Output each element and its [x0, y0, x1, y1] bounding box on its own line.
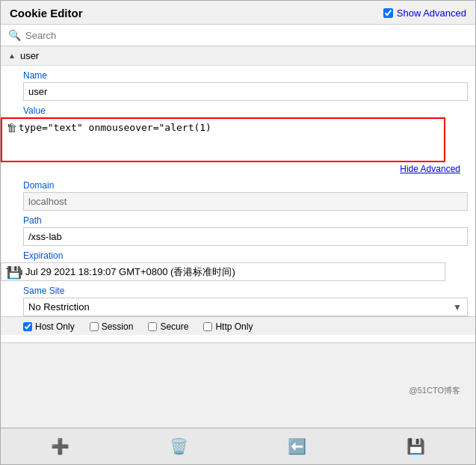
- secure-checkbox[interactable]: [148, 322, 157, 331]
- http-only-label: Http Only: [215, 321, 253, 332]
- domain-input[interactable]: [23, 192, 468, 211]
- path-field-group: Path: [1, 211, 475, 246]
- host-only-label: Host Only: [35, 321, 75, 332]
- secure-checkbox-label[interactable]: Secure: [148, 321, 188, 332]
- window-title: Cookie Editor: [10, 7, 83, 19]
- expiration-label: Expiration: [1, 246, 475, 262]
- same-site-field-group: Same Site No Restriction Lax Strict None: [1, 281, 475, 316]
- cookie-editor-window: Cookie Editor Show Advanced 🔍 ▲ user Nam…: [0, 0, 476, 465]
- toolbar: ➕ 🗑️ ⬅️ 💾: [1, 428, 475, 464]
- delete-cookie-icon[interactable]: 🗑: [7, 122, 17, 134]
- same-site-label: Same Site: [1, 281, 475, 298]
- search-input[interactable]: [25, 30, 468, 41]
- scrollable-content[interactable]: ▲ user Name Value: [1, 46, 475, 428]
- import-icon: ⬅️: [288, 438, 306, 455]
- header: Cookie Editor Show Advanced: [1, 1, 475, 25]
- secure-label: Secure: [160, 321, 188, 332]
- checkboxes-row: Host Only Session Secure Http Only: [1, 316, 475, 335]
- show-advanced-text: Show Advanced: [397, 7, 466, 19]
- chevron-up-icon: ▲: [8, 52, 16, 60]
- expiration-field-group: Expiration 💾: [1, 246, 475, 281]
- save-icon: 💾: [7, 265, 22, 279]
- export-icon: 💾: [407, 438, 425, 455]
- path-label: Path: [1, 211, 475, 227]
- value-label: Value: [1, 101, 475, 117]
- add-cookie-button[interactable]: ➕: [36, 434, 84, 458]
- path-input[interactable]: [23, 227, 468, 246]
- search-bar: 🔍: [1, 25, 475, 46]
- name-label: Name: [1, 66, 475, 82]
- http-only-checkbox[interactable]: [203, 322, 212, 331]
- value-input[interactable]: " type="text" onmouseover="alert(1): [1, 117, 445, 162]
- name-field-group: Name: [1, 66, 475, 101]
- host-only-checkbox[interactable]: [23, 322, 32, 331]
- session-label: Session: [102, 321, 134, 332]
- host-only-checkbox-label[interactable]: Host Only: [23, 321, 75, 332]
- name-input[interactable]: [23, 82, 468, 101]
- cookie-fields: Name Value 🗑 " type="text" onmouseover="…: [1, 66, 475, 343]
- expiration-input[interactable]: [1, 262, 445, 281]
- session-checkbox[interactable]: [90, 322, 99, 331]
- add-icon: ➕: [51, 438, 69, 455]
- show-advanced-label[interactable]: Show Advanced: [383, 7, 466, 19]
- value-field-group: Value 🗑 " type="text" onmouseover="alert…: [1, 101, 475, 176]
- domain-field-group: Domain: [1, 176, 475, 211]
- search-icon: 🔍: [8, 29, 21, 41]
- domain-label: Domain: [1, 176, 475, 192]
- cookie-item: ▲ user Name Value: [1, 46, 475, 343]
- import-cookie-button[interactable]: ⬅️: [273, 434, 321, 458]
- session-checkbox-label[interactable]: Session: [90, 321, 134, 332]
- same-site-select[interactable]: No Restriction Lax Strict None: [23, 298, 468, 316]
- watermark: @51CTO博客: [409, 385, 460, 396]
- trash-icon: 🗑️: [170, 438, 188, 455]
- export-cookie-button[interactable]: 💾: [392, 434, 440, 458]
- delete-cookie-button[interactable]: 🗑️: [155, 434, 203, 458]
- hide-advanced-link[interactable]: Hide Advanced: [1, 162, 468, 176]
- http-only-checkbox-label[interactable]: Http Only: [203, 321, 253, 332]
- show-advanced-checkbox[interactable]: [383, 8, 393, 18]
- content-wrapper: ▲ user Name Value: [1, 46, 475, 428]
- cookie-header[interactable]: ▲ user: [1, 46, 475, 66]
- cookie-item-label: user: [20, 50, 39, 61]
